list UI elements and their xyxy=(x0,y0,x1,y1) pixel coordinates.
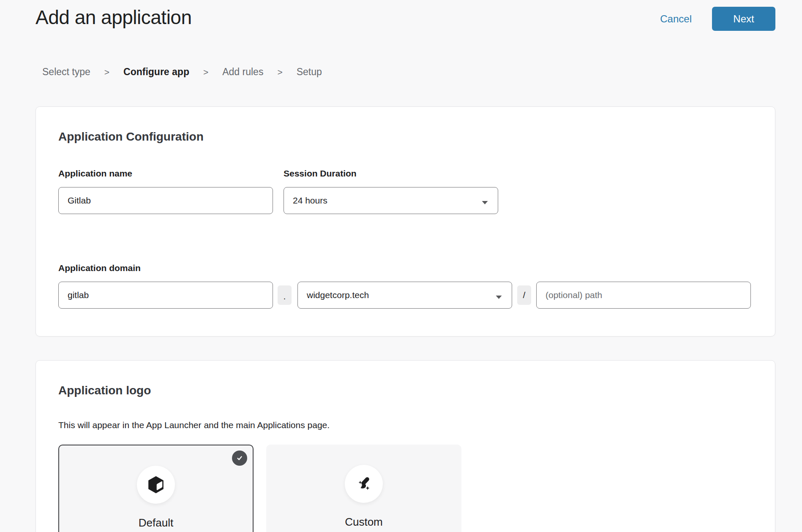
session-duration-label: Session Duration xyxy=(284,169,498,178)
custom-logo-circle xyxy=(345,465,383,503)
logo-option-custom[interactable]: Custom xyxy=(266,445,461,532)
logo-option-label: Default xyxy=(139,516,173,529)
next-button[interactable]: Next xyxy=(712,7,775,31)
logo-option-label: Custom xyxy=(345,516,383,528)
paintbrush-icon xyxy=(354,474,374,494)
header-actions: Cancel Next xyxy=(660,7,775,31)
application-configuration-card: Application Configuration Application na… xyxy=(35,106,775,337)
session-duration-select[interactable]: 24 hours xyxy=(284,187,498,214)
application-logo-card: Application logo This will appear in the… xyxy=(35,360,775,532)
chevron-down-icon xyxy=(496,291,502,301)
domain-select[interactable]: widgetcorp.tech xyxy=(297,282,512,309)
step-setup[interactable]: Setup xyxy=(297,66,322,78)
session-duration-value: 24 hours xyxy=(293,195,327,206)
domain-select-value: widgetcorp.tech xyxy=(307,290,369,300)
step-select-type[interactable]: Select type xyxy=(42,66,90,78)
breadcrumb: Select type > Configure app > Add rules … xyxy=(42,66,802,78)
step-add-rules[interactable]: Add rules xyxy=(222,66,263,78)
subdomain-input[interactable] xyxy=(58,282,273,309)
default-logo-circle xyxy=(137,466,175,504)
page-header: Add an application Cancel Next xyxy=(0,0,802,31)
session-duration-field-group: Session Duration 24 hours xyxy=(284,169,498,214)
path-input[interactable] xyxy=(536,282,751,309)
application-domain-row: . widgetcorp.tech / xyxy=(58,282,751,309)
cube-icon xyxy=(146,475,166,494)
dot-separator: . xyxy=(278,285,292,305)
cancel-button[interactable]: Cancel xyxy=(660,13,692,25)
logo-options-row: Default Custom xyxy=(58,445,751,532)
chevron-down-icon xyxy=(482,196,488,206)
application-configuration-heading: Application Configuration xyxy=(58,130,751,144)
step-configure-app[interactable]: Configure app xyxy=(123,66,189,78)
application-logo-heading: Application logo xyxy=(58,384,751,397)
check-icon xyxy=(236,454,243,462)
application-name-label: Application name xyxy=(58,169,273,178)
slash-separator: / xyxy=(517,285,531,305)
logo-option-default[interactable]: Default xyxy=(58,445,254,532)
breadcrumb-separator: > xyxy=(203,67,208,77)
application-name-input[interactable] xyxy=(58,187,273,214)
breadcrumb-separator: > xyxy=(277,67,282,77)
breadcrumb-separator: > xyxy=(104,67,109,77)
application-domain-label: Application domain xyxy=(58,263,751,272)
name-session-row: Application name Session Duration 24 hou… xyxy=(58,169,751,214)
application-logo-description: This will appear in the App Launcher and… xyxy=(58,420,751,430)
page-title: Add an application xyxy=(35,6,192,29)
application-name-field-group: Application name xyxy=(58,169,273,214)
selected-check-badge xyxy=(232,451,247,466)
